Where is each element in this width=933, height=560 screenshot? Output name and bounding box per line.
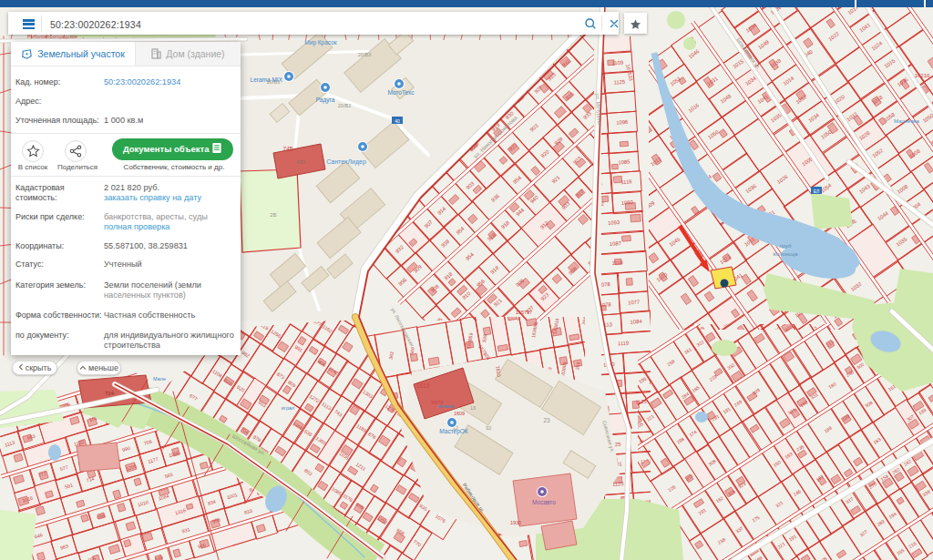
svg-text:1087: 1087: [610, 240, 621, 247]
svg-text:16210: 16210: [915, 73, 930, 78]
svg-text:745: 745: [283, 146, 293, 152]
svg-text:1118: 1118: [611, 260, 622, 266]
svg-text:пруд: пруд: [780, 243, 792, 249]
svg-text:1096: 1096: [616, 119, 628, 126]
svg-text:всякие: всякие: [438, 403, 454, 409]
svg-text:1093: 1093: [608, 219, 620, 226]
svg-text:1125: 1125: [613, 79, 625, 86]
svg-text:1116: 1116: [620, 178, 631, 185]
svg-text:165797: 165797: [516, 310, 532, 315]
svg-text:1084: 1084: [630, 319, 642, 325]
svg-text:1930: 1930: [510, 520, 521, 525]
svg-text:40: 40: [395, 118, 400, 124]
svg-text:2Б: 2Б: [270, 212, 276, 218]
svg-text:20/В3: 20/В3: [358, 52, 371, 57]
svg-text:Lerama MIX: Lerama MIX: [251, 76, 283, 83]
svg-text:23: 23: [543, 417, 550, 423]
svg-text:32: 32: [486, 425, 492, 431]
svg-text:Колоница: Колоница: [774, 251, 799, 257]
svg-text:1109: 1109: [611, 60, 623, 66]
svg-text:1119: 1119: [618, 341, 629, 347]
svg-text:МастерОК: МастерОК: [439, 428, 468, 435]
svg-text:1609: 1609: [454, 411, 465, 416]
svg-text:Радуга: Радуга: [316, 97, 335, 104]
svg-text:Мир Красок: Мир Красок: [304, 39, 336, 46]
svg-text:ЕЛ: ЕЛ: [814, 188, 820, 194]
svg-text:20/В2: 20/В2: [338, 103, 351, 108]
svg-text:13: 13: [470, 405, 476, 411]
svg-text:430: 430: [296, 159, 306, 165]
svg-text:СантехЛидер: СантехЛидер: [326, 158, 366, 166]
svg-text:Мосавто: Мосавто: [532, 499, 556, 505]
svg-text:МотоТехс: МотоТехс: [388, 89, 415, 96]
svg-text:Малеевка: Малеевка: [894, 118, 920, 124]
svg-text:1077: 1077: [628, 300, 640, 306]
svg-text:играл: играл: [282, 405, 294, 411]
svg-text:724: 724: [105, 391, 115, 396]
svg-text:1093: 1093: [621, 199, 633, 206]
svg-text:Мале: Мале: [153, 376, 166, 382]
svg-text:1085: 1085: [618, 159, 630, 166]
svg-text:1610: 1610: [416, 382, 430, 389]
